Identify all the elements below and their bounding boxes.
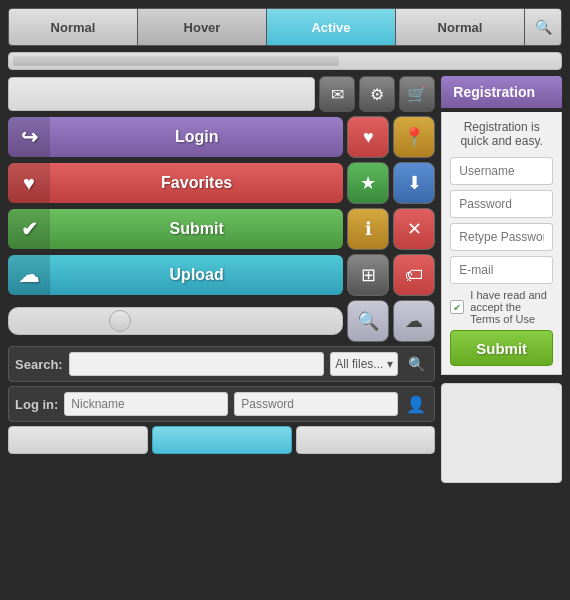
search-row: Search: All files... ▾ 🔍 [8, 346, 435, 382]
reg-submit-button[interactable]: Submit [450, 330, 553, 366]
tab-normal-1[interactable]: Normal [9, 9, 138, 45]
upload-icon: ☁ [8, 255, 50, 295]
heart-button[interactable]: ♥ [347, 116, 389, 158]
reg-email-input[interactable] [450, 256, 553, 284]
tag-button[interactable]: 🏷 [393, 254, 435, 296]
tab-bar: Normal Hover Active Normal 🔍 [8, 8, 562, 46]
bottom-btn-1[interactable] [8, 426, 148, 454]
login-icon: ↪ [8, 117, 50, 157]
tab-active[interactable]: Active [267, 9, 396, 45]
nickname-input[interactable] [64, 392, 228, 416]
search-filter-dropdown[interactable]: All files... ▾ [330, 352, 398, 376]
slider-row: 🔍 ☁ [8, 300, 435, 342]
registration-body: Registration is quick and easy. ✔ I have… [441, 112, 562, 375]
progress-container [8, 52, 562, 70]
search-small-button[interactable]: 🔍 [347, 300, 389, 342]
tab-normal-2[interactable]: Normal [396, 9, 525, 45]
login-form-row: Log in: 👤 [8, 386, 435, 422]
slider-thumb[interactable] [109, 310, 131, 332]
favorites-button[interactable]: ♥ Favorites [8, 163, 343, 203]
login-form-label: Log in: [15, 397, 58, 412]
bottom-btn-2[interactable] [152, 426, 292, 454]
chevron-down-icon: ▾ [387, 357, 393, 371]
login-button[interactable]: ↪ Login [8, 117, 343, 157]
upload-button[interactable]: ☁ Upload [8, 255, 343, 295]
cloud-button[interactable]: ☁ [393, 300, 435, 342]
password-input[interactable] [234, 392, 398, 416]
close-button[interactable]: ✕ [393, 208, 435, 250]
pin-button[interactable]: 📍 [393, 116, 435, 158]
info-button[interactable]: ℹ [347, 208, 389, 250]
progress-bar [13, 56, 339, 66]
login-row: ↪ Login ♥ 📍 [8, 116, 435, 158]
tab-hover[interactable]: Hover [138, 9, 267, 45]
bottom-btn-3[interactable] [296, 426, 436, 454]
terms-label: I have read and accept the Terms of Use [470, 289, 553, 325]
favorites-icon: ♥ [8, 163, 50, 203]
search-execute-button[interactable]: 🔍 [404, 352, 428, 376]
input-icon-row: ✉ ⚙ 🛒 [8, 76, 435, 112]
search-label: Search: [15, 357, 63, 372]
grid-button[interactable]: ⊞ [347, 254, 389, 296]
reg-password-input[interactable] [450, 190, 553, 218]
terms-checkbox[interactable]: ✔ [450, 300, 464, 314]
user-icon: 👤 [404, 392, 428, 416]
mail-button[interactable]: ✉ [319, 76, 355, 112]
favorites-row: ♥ Favorites ★ ⬇ [8, 162, 435, 204]
download-button[interactable]: ⬇ [393, 162, 435, 204]
main-layout: ✉ ⚙ 🛒 ↪ Login ♥ 📍 ♥ Favorites ★ ⬇ ✔ [8, 76, 562, 483]
star-button[interactable]: ★ [347, 162, 389, 204]
slider[interactable] [8, 307, 343, 335]
upload-row: ☁ Upload ⊞ 🏷 [8, 254, 435, 296]
tab-search-button[interactable]: 🔍 [525, 9, 561, 45]
terms-row: ✔ I have read and accept the Terms of Us… [450, 289, 553, 325]
settings-button[interactable]: ⚙ [359, 76, 395, 112]
submit-icon: ✔ [8, 209, 50, 249]
registration-header: Registration [441, 76, 562, 108]
reg-username-input[interactable] [450, 157, 553, 185]
left-panel: ✉ ⚙ 🛒 ↪ Login ♥ 📍 ♥ Favorites ★ ⬇ ✔ [8, 76, 435, 483]
text-input[interactable] [8, 77, 315, 111]
registration-panel: Registration Registration is quick and e… [441, 76, 562, 483]
registration-description: Registration is quick and easy. [450, 120, 553, 148]
search-input[interactable] [69, 352, 325, 376]
submit-button[interactable]: ✔ Submit [8, 209, 343, 249]
bottom-buttons-row [8, 426, 435, 454]
reg-extra-box [441, 383, 562, 483]
reg-retype-input[interactable] [450, 223, 553, 251]
cart-button[interactable]: 🛒 [399, 76, 435, 112]
submit-row: ✔ Submit ℹ ✕ [8, 208, 435, 250]
